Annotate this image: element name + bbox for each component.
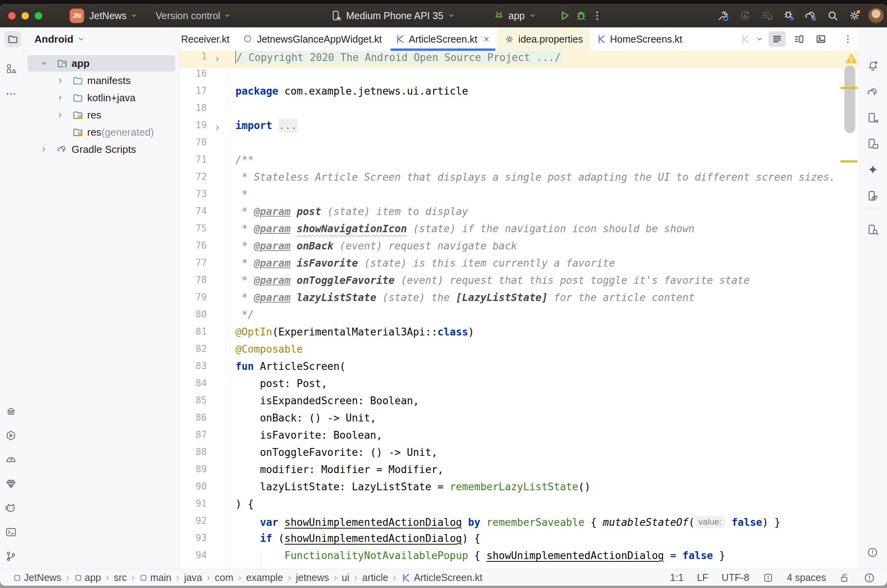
- editor-scrollbar-thumb[interactable]: [844, 66, 855, 133]
- code-line-94[interactable]: 94 FunctionalityNotAvailablePopup { show…: [180, 550, 858, 567]
- project-view-selector[interactable]: Android: [34, 33, 85, 45]
- code-line-79[interactable]: 79 * @param lazyListState (state) the [L…: [180, 292, 858, 309]
- error-stripe-warning-mark[interactable]: [840, 87, 858, 89]
- code-line-19[interactable]: 19import ...: [180, 120, 858, 137]
- device-selector[interactable]: Medium Phone API 35: [330, 4, 455, 27]
- code-line-82[interactable]: 82@Composable: [180, 343, 858, 360]
- panel-editor-splitter[interactable]: [179, 27, 180, 569]
- tree-chevron-icon[interactable]: [40, 145, 48, 154]
- tab-options-button[interactable]: [839, 31, 856, 47]
- notifications-icon[interactable]: [867, 60, 879, 72]
- device-manager-icon[interactable]: [867, 138, 879, 150]
- run-icon[interactable]: [558, 9, 571, 22]
- inspection-warning-indicator[interactable]: [845, 52, 858, 65]
- breadcrumb-item-articlescreen-kt[interactable]: ArticleScreen.kt: [399, 572, 485, 583]
- minimize-window-button[interactable]: [22, 12, 29, 20]
- breadcrumb-item-java[interactable]: java: [182, 572, 205, 583]
- search-everywhere-button[interactable]: [824, 7, 841, 24]
- code-line-93[interactable]: 93 if (showUnimplementedActionDialog) {: [180, 532, 858, 550]
- code-line-1[interactable]: 1/ Copyright 2020 The Android Open Sourc…: [180, 51, 858, 68]
- file-writable-widget[interactable]: [839, 572, 850, 583]
- breadcrumb-item-jetnews[interactable]: JetNews: [11, 572, 64, 583]
- code-line-76[interactable]: 76 * @param onBack (event) request navig…: [180, 240, 858, 257]
- zoom-window-button[interactable]: [35, 12, 42, 20]
- problems-icon[interactable]: [867, 547, 878, 558]
- split-view-button[interactable]: [790, 31, 808, 47]
- close-tab-icon[interactable]: [482, 35, 491, 43]
- device-explorer-icon[interactable]: [867, 224, 879, 236]
- run-tools-icon[interactable]: [5, 430, 17, 441]
- tree-item-res[interactable]: res: [24, 107, 179, 123]
- list-view-button[interactable]: [768, 31, 786, 47]
- editor-tab-articlescreen-kt[interactable]: ArticleScreen.kt: [388, 27, 497, 51]
- code-line-70[interactable]: 70: [180, 137, 858, 154]
- fold-chevron-icon[interactable]: [213, 55, 222, 63]
- tree-chevron-icon[interactable]: [56, 111, 65, 119]
- tree-chevron-icon[interactable]: [56, 93, 65, 102]
- breadcrumb-item-example[interactable]: example: [244, 572, 285, 583]
- code-line-72[interactable]: 72 * Stateless Article Screen that displ…: [180, 171, 858, 188]
- settings-button[interactable]: [846, 7, 863, 24]
- tree-item-manifests[interactable]: manifests: [24, 72, 179, 89]
- code-line-71[interactable]: 71/**: [180, 154, 858, 171]
- running-devices-icon[interactable]: [867, 112, 879, 124]
- code-line-74[interactable]: 74 * @param post (state) item to display: [180, 206, 858, 223]
- code-line-90[interactable]: 90 lazyListState: LazyListState = rememb…: [180, 481, 858, 498]
- inspections-widget[interactable]: [763, 572, 774, 583]
- apply-changes-button[interactable]: [737, 7, 753, 24]
- build-button[interactable]: [715, 7, 731, 24]
- sync-project-button[interactable]: [803, 7, 819, 24]
- attach-debugger-button[interactable]: [781, 7, 797, 24]
- more-tools-icon[interactable]: [5, 88, 17, 100]
- breadcrumb-item-ui[interactable]: ui: [339, 572, 352, 583]
- code-line-87[interactable]: 87 isFavorite: Boolean,: [180, 429, 858, 446]
- code-line-78[interactable]: 78 * @param onToggleFavorite (event) req…: [180, 274, 858, 292]
- line-separator-widget[interactable]: LF: [697, 572, 708, 583]
- device-mirroring-icon[interactable]: [867, 190, 879, 203]
- gradle-tool-icon[interactable]: [867, 86, 879, 99]
- kebab-icon[interactable]: [591, 10, 603, 22]
- vcs-menu[interactable]: Version control: [156, 4, 231, 27]
- breadcrumb-item-main[interactable]: main: [137, 572, 174, 583]
- profiler-icon[interactable]: [5, 454, 17, 465]
- code-line-17[interactable]: 17package com.example.jetnews.ui.article: [180, 85, 858, 102]
- indent-widget[interactable]: 4 spaces: [787, 572, 826, 583]
- terminal-icon[interactable]: [5, 526, 17, 538]
- breadcrumb-item-app[interactable]: app: [72, 572, 104, 583]
- breadcrumb-item-jetnews[interactable]: jetnews: [293, 572, 331, 583]
- editor-tab-jetnewsglanceappwidget-kt[interactable]: JetnewsGlanceAppWidget.kt: [236, 27, 389, 51]
- run-config-selector[interactable]: app: [494, 4, 537, 27]
- caret-position-widget[interactable]: 1:1: [670, 572, 684, 583]
- gemini-icon[interactable]: [867, 163, 879, 176]
- code-line-91[interactable]: 91) {: [180, 498, 858, 515]
- app-quality-insights-icon[interactable]: [5, 478, 17, 489]
- code-line-18[interactable]: 18: [180, 102, 858, 120]
- code-line-83[interactable]: 83fun ArticleScreen(: [180, 360, 858, 378]
- debug-icon[interactable]: [575, 9, 587, 22]
- project-tool-window-button[interactable]: [5, 31, 21, 47]
- tree-item-res[interactable]: res (generated): [24, 124, 179, 140]
- version-control-icon[interactable]: [5, 550, 17, 562]
- code-line-80[interactable]: 80 */: [180, 309, 858, 326]
- apply-code-changes-button[interactable]: [759, 7, 775, 24]
- fold-chevron-icon[interactable]: [213, 124, 222, 132]
- tree-item-gradle-scripts[interactable]: Gradle Scripts: [24, 141, 179, 158]
- tree-item-app[interactable]: app: [24, 55, 179, 72]
- tree-chevron-icon[interactable]: [40, 59, 48, 68]
- breadcrumb-item-com[interactable]: com: [212, 572, 235, 583]
- breadcrumb-item-src[interactable]: src: [111, 572, 129, 583]
- editor-tab-receiver-kt[interactable]: Receiver.kt: [179, 27, 236, 51]
- editor-notifications-widget[interactable]: [864, 572, 875, 584]
- code-line-84[interactable]: 84 post: Post,: [180, 378, 858, 395]
- editor-tab-idea-properties[interactable]: idea.properties: [497, 27, 589, 51]
- code-line-75[interactable]: 75 * @param showNavigationIcon (state) i…: [180, 223, 858, 240]
- logcat-icon[interactable]: [5, 502, 17, 514]
- code-line-73[interactable]: 73 *: [180, 188, 858, 206]
- tree-chevron-icon[interactable]: [56, 76, 65, 85]
- user-avatar[interactable]: [868, 8, 884, 23]
- preview-button[interactable]: [812, 31, 830, 47]
- editor-tab-homescreens-kt[interactable]: HomeScreens.kt: [590, 27, 689, 51]
- app-inspection-icon[interactable]: [5, 406, 17, 418]
- code-line-89[interactable]: 89 modifier: Modifier = Modifier,: [180, 464, 858, 481]
- code-line-88[interactable]: 88 onToggleFavorite: () -> Unit,: [180, 446, 858, 464]
